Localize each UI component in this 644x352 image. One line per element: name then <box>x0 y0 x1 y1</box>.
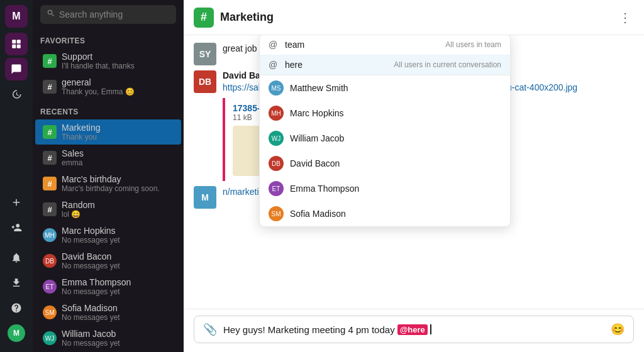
channel-preview: Thank you <box>62 133 100 141</box>
channel-preview: Thank you, Emma 😊 <box>62 87 135 96</box>
channel-hash-icon: # <box>43 202 57 216</box>
mention-item-emma[interactable]: ET Emma Thompson <box>260 176 510 201</box>
user-avatar: SM <box>43 305 57 319</box>
mention-label: Emma Thompson <box>290 184 501 194</box>
mention-item-william[interactable]: WJ William Jacob <box>260 126 510 151</box>
user-name: Marc Hopkins <box>62 226 120 236</box>
user-preview: No messages yet <box>62 339 120 348</box>
sidebar-item-sales[interactable]: # Sales emma <box>35 145 181 170</box>
user-avatar: ET <box>43 280 57 294</box>
mention-desc: All users in current conversation <box>394 60 501 69</box>
home-nav-item[interactable] <box>5 33 28 55</box>
mention-label: David Bacon <box>290 158 501 168</box>
icon-bar: M M <box>0 0 33 352</box>
message-avatar: M <box>194 186 216 209</box>
sidebar-item-william-jacob[interactable]: WJ William Jacob No messages yet <box>35 326 181 351</box>
mention-label: Marc Hopkins <box>290 108 501 118</box>
more-options-button[interactable]: ⋮ <box>616 9 634 26</box>
user-name: David Bacon <box>62 251 120 261</box>
user-name: Emma Thompson <box>62 277 131 287</box>
user-avatar: DB <box>269 156 284 171</box>
help-nav-item[interactable] <box>5 297 28 319</box>
mention-item-sofia[interactable]: SM Sofia Madison <box>260 201 510 226</box>
sidebar-content: FAVORITES # Support I'll handle that, th… <box>33 29 184 352</box>
sidebar-item-david-bacon[interactable]: DB David Bacon No messages yet <box>35 248 181 273</box>
user-name: Sofia Madison <box>62 303 120 313</box>
history-nav-item[interactable] <box>5 83 28 106</box>
message-input-box[interactable]: 📎 Hey guys! Marketing meeting 4 pm today… <box>194 316 634 343</box>
sidebar-item-marcbirthday[interactable]: # Marc's birthday Marc's birthday coming… <box>35 171 181 196</box>
channel-name: Marc's birthday <box>62 174 160 184</box>
mention-label: William Jacob <box>290 133 501 143</box>
download-nav-item[interactable] <box>5 272 28 294</box>
svg-rect-0 <box>12 40 16 43</box>
channel-name: Support <box>62 52 135 62</box>
recents-label: RECENTS <box>33 100 184 119</box>
messages-nav-item[interactable] <box>5 58 28 80</box>
sidebar-item-marketing[interactable]: # Marketing Thank you <box>35 119 181 145</box>
mention-label: here <box>285 60 387 70</box>
channel-preview: I'll handle that, thanks <box>62 62 135 70</box>
text-cursor <box>430 324 431 334</box>
message-avatar: SY <box>194 43 216 65</box>
user-preview: No messages yet <box>62 313 120 322</box>
sidebar-item-sofia-madison[interactable]: SM Sofia Madison No messages yet <box>35 300 181 325</box>
user-avatar: DB <box>43 254 57 268</box>
mention-label: Sofia Madison <box>290 209 501 219</box>
message-input-text[interactable]: Hey guys! Marketing meeting 4 pm today @… <box>223 324 604 335</box>
sidebar-item-emma-thompson[interactable]: ET Emma Thompson No messages yet <box>35 274 181 299</box>
at-mention-tag: @here <box>397 324 428 335</box>
add-workspace-item[interactable] <box>5 191 28 214</box>
search-input[interactable] <box>59 9 170 19</box>
sidebar-item-marc-hopkins[interactable]: MH Marc Hopkins No messages yet <box>35 223 181 248</box>
channel-title: Marketing <box>220 11 610 24</box>
search-box[interactable] <box>40 5 176 24</box>
svg-rect-2 <box>12 45 16 48</box>
input-area: 📎 Hey guys! Marketing meeting 4 pm today… <box>184 309 644 352</box>
channel-header: # Marketing ⋮ <box>184 0 644 35</box>
user-avatar: MH <box>43 228 57 242</box>
channel-name: general <box>62 77 135 87</box>
mention-item-matthew[interactable]: MS Matthew Smith <box>260 75 510 101</box>
svg-rect-3 <box>17 45 21 48</box>
channel-preview: lol 😄 <box>62 210 95 219</box>
user-avatar: SM <box>269 206 284 221</box>
user-avatar-nav[interactable]: M <box>5 322 28 344</box>
channel-name: Random <box>62 200 95 210</box>
channel-hash-icon: # <box>43 151 57 165</box>
channel-name: Sales <box>62 148 84 158</box>
svg-rect-1 <box>17 40 21 43</box>
sidebar-item-general[interactable]: # general Thank you, Emma 😊 <box>35 74 181 99</box>
channel-name: Marketing <box>62 123 100 133</box>
search-container <box>33 0 184 29</box>
sidebar-item-random[interactable]: # Random lol 😄 <box>35 197 181 222</box>
mention-label: Matthew Smith <box>290 83 501 93</box>
channel-hash-icon: # <box>43 80 57 94</box>
add-person-item[interactable] <box>5 216 28 239</box>
user-avatar: WJ <box>43 331 57 345</box>
user-avatar: MH <box>269 106 284 121</box>
sidebar: FAVORITES # Support I'll handle that, th… <box>33 0 184 352</box>
channel-preview: Marc's birthday coming soon. <box>62 184 160 193</box>
main-panel: # Marketing ⋮ SY great job guys DB David… <box>184 0 644 352</box>
bell-nav-item[interactable] <box>5 246 28 269</box>
mention-item-team[interactable]: @ team All users in team <box>260 35 510 55</box>
mention-item-david[interactable]: DB David Bacon <box>260 151 510 176</box>
emoji-button[interactable]: 😊 <box>611 322 625 336</box>
mention-item-marc[interactable]: MH Marc Hopkins <box>260 101 510 126</box>
workspace-avatar[interactable]: M <box>5 5 28 28</box>
mention-label: team <box>285 40 439 50</box>
messages-area: SY great job guys DB David Bacon 13:16 h… <box>184 35 644 309</box>
attach-icon[interactable]: 📎 <box>203 322 217 336</box>
user-avatar: ET <box>269 181 284 196</box>
mention-desc: All users in team <box>445 40 501 49</box>
channel-hash-icon: # <box>43 54 57 68</box>
user-preview: No messages yet <box>62 287 131 296</box>
channel-preview: emma <box>62 158 84 167</box>
user-preview: No messages yet <box>62 261 120 270</box>
channel-hash-icon: # <box>43 177 57 190</box>
mention-item-here[interactable]: @ here All users in current conversation <box>260 55 510 75</box>
channel-hash-icon: # <box>43 125 57 139</box>
user-avatar: MS <box>269 80 284 96</box>
sidebar-item-support[interactable]: # Support I'll handle that, thanks <box>35 48 181 74</box>
